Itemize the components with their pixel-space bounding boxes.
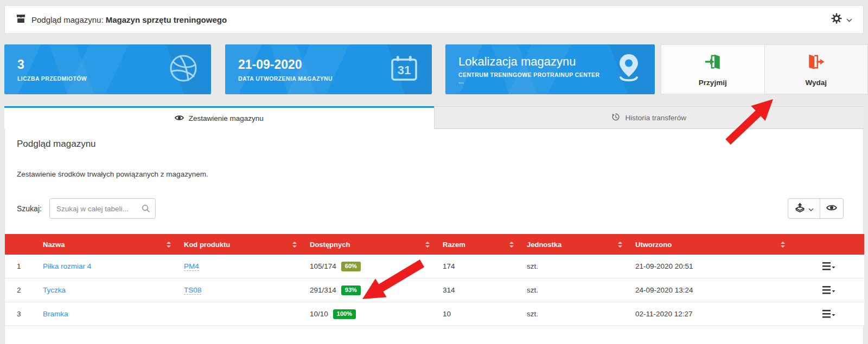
topbar: Podgląd magazynu: Magazyn sprzętu trenin… [4, 5, 864, 34]
stat-value: 3 [17, 57, 87, 73]
table-row: 1 Piłka rozmiar 4 PM4 105/17460% 174 szt… [5, 255, 864, 278]
page-title: Podgląd magazynu: Magazyn sprzętu trenin… [31, 15, 227, 24]
export-icon [794, 202, 806, 216]
total-value: 174 [438, 262, 522, 270]
svg-text:31: 31 [398, 63, 411, 77]
receive-label: Przyjmij [699, 79, 727, 87]
row-menu-button[interactable] [822, 285, 835, 295]
stat-value: Lokalizacja magazynu [458, 54, 606, 69]
table-row: 3 Bramka 10/10100% 10 szt. 02-11-2020 12… [5, 302, 864, 326]
header-created[interactable]: Utworzono [631, 241, 794, 249]
row-index: 1 [12, 262, 39, 270]
search-label: Szukaj: [17, 204, 42, 213]
available-value: 105/174 [310, 262, 336, 270]
table-row: 2 Tyczka TS08 291/31493% 314 szt. 24-09-… [5, 278, 864, 302]
receive-button[interactable]: Przyjmij [661, 45, 764, 94]
available-value: 10/10 [310, 310, 328, 318]
export-button[interactable] [788, 199, 820, 218]
map-pin-icon [616, 53, 642, 86]
item-code-link[interactable]: TS08 [184, 286, 201, 295]
stat-card-location: Lokalizacja magazynu CENTRUM TRENINGOWE … [445, 44, 655, 94]
sort-icon [167, 242, 171, 248]
stat-label: LICZBA PRZEDMIOTÓW [17, 75, 87, 82]
search-row: Szukaj: [17, 198, 156, 219]
chevron-down-icon [846, 15, 852, 24]
door-exit-icon [807, 53, 825, 73]
stat-value: 21-09-2020 [238, 57, 333, 73]
unit-value: szt. [522, 262, 631, 270]
created-value: 21-09-2020 20:51 [631, 262, 794, 270]
tab-label: Zestawienie magazynu [189, 114, 264, 122]
transfer-actions: Przyjmij Wydaj [661, 44, 868, 94]
issue-button[interactable]: Wydaj [764, 45, 868, 94]
row-index: 2 [12, 286, 39, 294]
store-icon [16, 14, 26, 26]
item-name-link[interactable]: Piłka rozmiar 4 [43, 262, 91, 270]
item-code-link[interactable]: PM4 [184, 262, 199, 271]
section-title: Podgląd magazynu [17, 139, 96, 150]
header-code[interactable]: Kod produktu [180, 241, 305, 249]
item-name-link[interactable]: Bramka [43, 310, 68, 318]
total-value: 314 [438, 286, 522, 294]
unit-value: szt. [522, 310, 631, 318]
header-name[interactable]: Nazwa [39, 241, 180, 249]
availability-badge: 60% [341, 262, 361, 271]
row-menu-button[interactable] [822, 309, 835, 319]
header-available[interactable]: Dostępnych [305, 241, 438, 249]
history-icon [611, 113, 620, 123]
tab-warehouse-overview[interactable]: Zestawienie magazynu [4, 106, 434, 129]
row-menu-button[interactable] [822, 262, 835, 271]
section-subtitle: Zestawienie środków trwałych powiązanych… [17, 170, 208, 178]
item-name-link[interactable]: Tyczka [43, 286, 66, 294]
content-panel: Podgląd magazynu Zestawienie środków trw… [4, 129, 864, 344]
issue-label: Wydaj [805, 79, 827, 87]
eye-icon [826, 204, 837, 214]
sort-icon [292, 242, 297, 248]
stat-card-items-count: 3 LICZBA PRZEDMIOTÓW [4, 44, 211, 94]
availability-badge: 93% [341, 285, 361, 295]
column-visibility-button[interactable] [820, 199, 843, 218]
total-value: 10 [438, 310, 522, 318]
header-unit[interactable]: Jednostka [522, 241, 631, 249]
gear-icon [831, 13, 842, 26]
eye-icon [175, 114, 184, 123]
tab-label: Historia transferów [625, 114, 686, 122]
sort-icon [618, 242, 622, 248]
row-index: 3 [12, 310, 39, 318]
door-enter-icon [704, 53, 722, 73]
created-value: 02-11-2020 12:27 [631, 310, 794, 318]
dribbble-icon [169, 54, 198, 85]
stat-label: DATA UTWORZENIA MAGAZYNU [238, 75, 333, 82]
availability-badge: 100% [333, 309, 356, 319]
search-icon [142, 204, 150, 215]
calendar-icon: 31 [390, 55, 419, 84]
tab-bar: Zestawienie magazynu Historia transferów [4, 106, 864, 129]
stat-label: CENTRUM TRENINGOWE PROTRAINUP CENTER ... [458, 72, 606, 85]
warehouse-overview-page: Podgląd magazynu: Magazyn sprzętu trenin… [0, 0, 868, 344]
table-tools [788, 198, 844, 219]
header-total[interactable]: Razem [438, 241, 522, 249]
tab-transfer-history[interactable]: Historia transferów [434, 106, 864, 129]
available-value: 291/314 [310, 286, 336, 294]
table-header: Nazwa Kod produktu Dostępnych Razem Jedn… [5, 234, 864, 255]
search-input[interactable] [49, 198, 156, 219]
stat-card-created-date: 21-09-2020 DATA UTWORZENIA MAGAZYNU 31 [225, 44, 432, 94]
settings-button[interactable] [831, 13, 852, 26]
created-value: 24-09-2020 13:24 [631, 286, 794, 294]
sort-icon [781, 242, 785, 248]
unit-value: szt. [522, 286, 631, 294]
sort-icon [425, 242, 430, 248]
sort-icon [509, 242, 514, 248]
chevron-down-icon [808, 204, 814, 213]
